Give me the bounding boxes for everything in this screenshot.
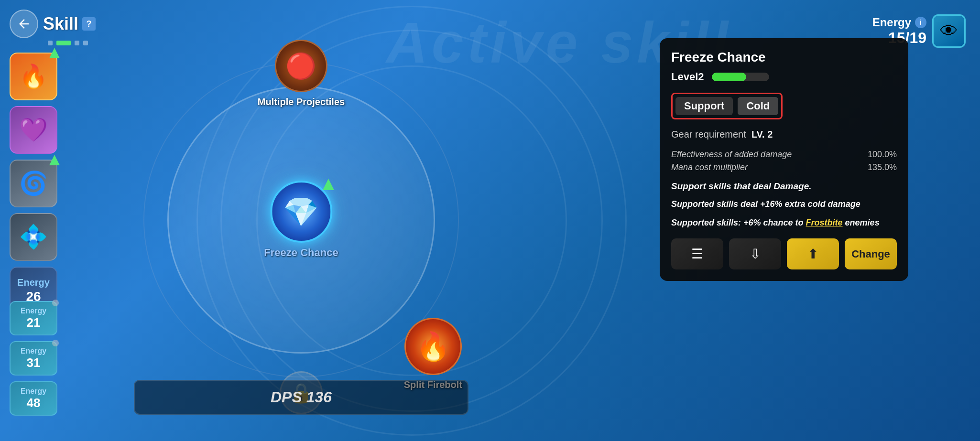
frostbite-link[interactable]: Frostbite — [806, 218, 843, 227]
skill-multiple-projectiles[interactable]: 🔴 Multiple Projectiles — [258, 40, 345, 108]
pagination-dot-3[interactable] — [75, 41, 79, 45]
detail-panel: Freeze Chance Level2 Support Cold Gear r… — [660, 38, 908, 281]
pagination — [48, 41, 88, 45]
energy-slot-48[interactable]: Energy 48 — [10, 381, 57, 416]
stat-label-1: Mana cost multiplier — [671, 162, 748, 172]
pagination-dot-2[interactable] — [56, 41, 71, 45]
main-circle: 🔴 Multiple Projectiles 💎 Freeze Chance 🔥… — [167, 86, 435, 354]
energy-label: Energy — [872, 16, 911, 29]
energy-label-48: Energy — [21, 387, 46, 396]
desc-cold-damage: Supported skills deal +16% extra cold da… — [671, 198, 897, 210]
upgrade-button[interactable]: ⬆ — [787, 238, 839, 269]
tag-cold[interactable]: Cold — [738, 97, 778, 115]
tag-support[interactable]: Support — [675, 97, 733, 115]
action-buttons: ☰ ⇩ ⬆ Change — [671, 238, 897, 269]
level-bar-fill — [712, 73, 746, 81]
energy-label-21: Energy — [21, 307, 46, 315]
energy-value-48: 48 — [27, 396, 41, 410]
back-button[interactable] — [10, 10, 38, 38]
stat-row-0: Effectiveness of added damage 100.0% — [671, 150, 897, 160]
stat-value-0: 100.0% — [868, 150, 897, 160]
skill-circle-area: 🔴 Multiple Projectiles 💎 Freeze Chance 🔥… — [134, 38, 468, 401]
pagination-dot-1[interactable] — [48, 41, 53, 45]
sidebar-energy-label: Energy — [17, 277, 50, 288]
sidebar-skill-pink[interactable]: 💜 — [10, 106, 57, 154]
dps-bar: DPS 136 — [134, 380, 468, 415]
compare-button[interactable]: ⇩ — [729, 238, 781, 269]
list-button[interactable]: ☰ — [671, 238, 723, 269]
freeze-chance-icon: 💎 — [270, 181, 332, 243]
freeze-chance-label: Freeze Chance — [264, 247, 338, 259]
change-button[interactable]: Change — [845, 238, 897, 269]
help-button[interactable]: ? — [82, 17, 96, 31]
stat-value-1: 135.0% — [868, 162, 897, 172]
desc-header-section: Support skills that deal Damage. — [671, 181, 897, 192]
multiple-projectiles-label: Multiple Projectiles — [258, 96, 345, 108]
energy-eye-icon: 👁 — [940, 21, 958, 42]
energy-slot-21[interactable]: Energy 21 — [10, 301, 57, 335]
sidebar-skill-fire[interactable]: 🔥 — [10, 53, 57, 100]
energy-slots-bottom: Energy 21 Energy 31 Energy 48 — [10, 301, 57, 416]
split-firebolt-icon: 🔥 — [404, 318, 462, 375]
level-bar-bg — [712, 73, 769, 81]
stat-row-1: Mana cost multiplier 135.0% — [671, 162, 897, 172]
energy-dot-21 — [52, 300, 59, 306]
sidebar-skill-gray[interactable]: 🌀 — [10, 160, 57, 207]
pagination-dot-4[interactable] — [83, 41, 88, 45]
sidebar-skill-gray2[interactable]: 💠 — [10, 213, 57, 261]
page-title: Skill — [43, 14, 78, 34]
stat-label-0: Effectiveness of added damage — [671, 150, 792, 160]
multiple-projectiles-icon: 🔴 — [275, 40, 327, 92]
energy-dot-31 — [52, 340, 59, 346]
dps-value: DPS 136 — [271, 388, 332, 406]
stats-section: Effectiveness of added damage 100.0% Man… — [671, 150, 897, 172]
header: Skill ? — [10, 10, 96, 38]
desc-line-2: Supported skills: +6% chance to Frostbit… — [671, 217, 897, 229]
panel-title: Freeze Chance — [671, 50, 897, 65]
desc-header: Support skills that deal Damage. — [671, 181, 897, 192]
desc-frostbite: Supported skills: +6% chance to Frostbit… — [671, 217, 897, 229]
energy-label-31: Energy — [21, 347, 46, 355]
energy-value-31: 31 — [27, 355, 41, 370]
tags-row: Support Cold — [671, 93, 783, 119]
header-title: Skill ? — [43, 14, 96, 34]
skill-sidebar: 🔥 💜 🌀 💠 Energy 26 — [10, 53, 57, 314]
energy-value-21: 21 — [27, 315, 41, 330]
gear-requirement: Gear requirement LV. 2 — [671, 129, 897, 140]
energy-icon-box[interactable]: 👁 — [932, 14, 966, 48]
energy-slot-31[interactable]: Energy 31 — [10, 341, 57, 376]
energy-info-icon[interactable]: i — [915, 17, 926, 28]
freeze-chance-upgrade-arrow — [323, 179, 334, 190]
level-label: Level2 — [671, 71, 704, 83]
level-row: Level2 — [671, 71, 897, 83]
skill-freeze-chance[interactable]: 💎 Freeze Chance — [264, 181, 338, 259]
desc-line-1: Supported skills deal +16% extra cold da… — [671, 198, 897, 210]
